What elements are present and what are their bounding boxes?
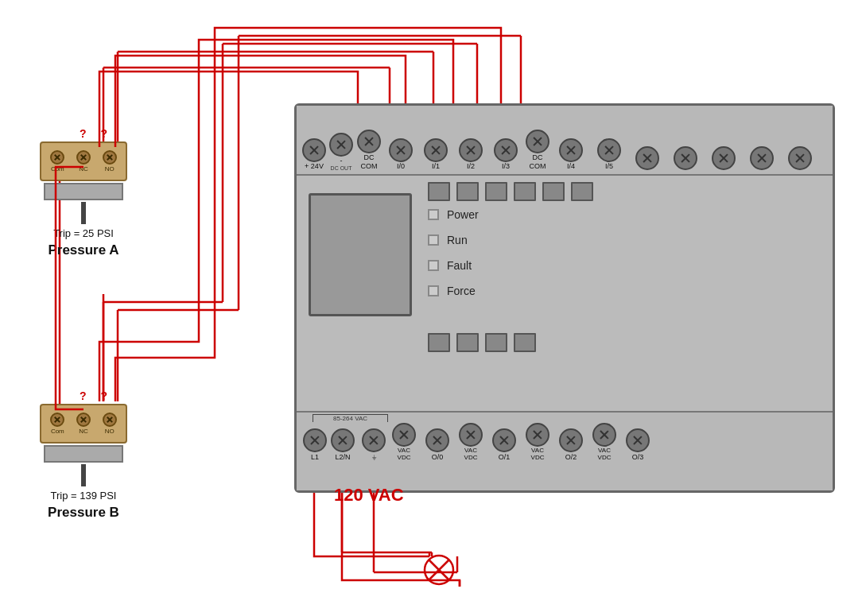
lcd-display bbox=[309, 193, 412, 316]
pressure-a-nc: NC bbox=[76, 150, 91, 172]
pressure-b-nc: NC bbox=[76, 413, 91, 435]
pressure-a-trip: Trip = 25 PSI bbox=[40, 227, 127, 239]
terminal-o3[interactable]: O/3 bbox=[626, 428, 650, 461]
pressure-a-com-screw bbox=[50, 150, 64, 165]
seg-b4 bbox=[514, 333, 536, 352]
seg-5 bbox=[542, 182, 565, 201]
pressure-a-nc-screw bbox=[76, 150, 91, 165]
vac-bracket-label: 85-264 VAC bbox=[313, 414, 388, 422]
seg-b1 bbox=[428, 333, 450, 352]
pressure-a-question-2: ? bbox=[101, 127, 108, 140]
indicator-fault-led bbox=[428, 260, 439, 271]
pressure-a-com: Com bbox=[50, 150, 64, 172]
indicator-power-led bbox=[428, 209, 439, 220]
plc-panel: + 24V - DC OUT DC COM I/0 I/1 bbox=[294, 103, 835, 493]
terminal-extra-5[interactable] bbox=[788, 146, 812, 171]
terminal-vac-vdc-1[interactable]: VAC VDC bbox=[392, 423, 416, 461]
terminal-extra-4[interactable] bbox=[750, 146, 774, 171]
indicator-force-row: Force bbox=[428, 285, 479, 297]
terminal-vac-vdc-3[interactable]: VAC VDC bbox=[526, 423, 549, 461]
segment-display-bottom bbox=[428, 333, 536, 352]
indicator-run-label: Run bbox=[447, 234, 468, 246]
seg-b3 bbox=[485, 333, 507, 352]
seg-4 bbox=[514, 182, 536, 201]
pressure-b-trip: Trip = 139 PSI bbox=[40, 490, 127, 502]
indicator-fault-row: Fault bbox=[428, 259, 479, 272]
bottom-terminal-strip: 85-264 VAC L1 L2/N ⏚ VAC VDC bbox=[297, 411, 833, 490]
pressure-b-question-1: ? bbox=[80, 389, 87, 402]
terminal-i3[interactable]: I/3 bbox=[494, 138, 518, 171]
top-terminal-strip: + 24V - DC OUT DC COM I/0 I/1 bbox=[297, 106, 833, 176]
terminal-24v-neg[interactable]: - DC OUT bbox=[329, 133, 353, 171]
pressure-b-nc-screw bbox=[76, 413, 91, 427]
indicator-power-row: Power bbox=[428, 208, 479, 221]
terminal-extra-1[interactable] bbox=[635, 146, 659, 171]
pressure-b-no: NO bbox=[103, 413, 117, 435]
pressure-switch-b: ? ? Com NC NO Trip = 139 PSI Pressure B bbox=[40, 389, 127, 521]
light-bulb bbox=[421, 552, 456, 587]
terminal-i1[interactable]: I/1 bbox=[424, 138, 448, 171]
indicator-run-row: Run bbox=[428, 234, 479, 246]
pressure-b-label: Pressure B bbox=[40, 505, 127, 521]
pressure-switch-a: ? ? Com NC NO Trip = 25 PSI Pressure A bbox=[40, 127, 127, 258]
terminal-extra-2[interactable] bbox=[674, 146, 697, 171]
seg-3 bbox=[485, 182, 507, 201]
terminal-dc-com-1[interactable]: DC COM bbox=[357, 130, 381, 171]
seg-b2 bbox=[456, 333, 479, 352]
indicators-panel: Power Run Fault Force bbox=[428, 197, 479, 297]
indicator-fault-label: Fault bbox=[447, 259, 472, 272]
indicator-power-label: Power bbox=[447, 208, 479, 221]
terminal-o0[interactable]: O/0 bbox=[425, 428, 449, 461]
terminal-l1[interactable]: L1 bbox=[303, 428, 327, 461]
terminal-i2[interactable]: I/2 bbox=[459, 138, 483, 171]
terminal-i4[interactable]: I/4 bbox=[559, 138, 583, 171]
seg-6 bbox=[571, 182, 593, 201]
terminal-i5[interactable]: I/5 bbox=[597, 138, 621, 171]
pressure-b-com-screw bbox=[50, 413, 64, 427]
pressure-b-com: Com bbox=[50, 413, 64, 435]
pressure-b-question-2: ? bbox=[101, 389, 108, 402]
terminal-extra-3[interactable] bbox=[712, 146, 736, 171]
pressure-switch-b-body: Com NC NO bbox=[40, 404, 127, 444]
terminal-24v-pos[interactable]: + 24V bbox=[302, 138, 326, 171]
pressure-switch-a-body: Com NC NO bbox=[40, 141, 127, 181]
indicator-force-label: Force bbox=[447, 285, 476, 297]
terminal-ground[interactable]: ⏚ bbox=[362, 428, 386, 461]
terminal-vac-vdc-2[interactable]: VAC VDC bbox=[459, 423, 483, 461]
terminal-dc-com-2[interactable]: DC COM bbox=[526, 130, 549, 171]
indicator-force-led bbox=[428, 285, 439, 296]
terminal-i0[interactable]: I/0 bbox=[389, 138, 413, 171]
pressure-a-no-screw bbox=[103, 150, 117, 165]
pressure-a-no: NO bbox=[103, 150, 117, 172]
pressure-a-question-1: ? bbox=[80, 127, 87, 140]
terminal-o1[interactable]: O/1 bbox=[492, 428, 516, 461]
terminal-l2n[interactable]: L2/N bbox=[331, 428, 355, 461]
vac-label: 120 VAC bbox=[334, 485, 404, 506]
terminal-o2[interactable]: O/2 bbox=[559, 428, 583, 461]
main-canvas: .wire { stroke: #cc0000; stroke-width: 2… bbox=[0, 0, 862, 616]
indicator-run-led bbox=[428, 234, 439, 246]
pressure-b-no-screw bbox=[103, 413, 117, 427]
terminal-vac-vdc-4[interactable]: VAC VDC bbox=[592, 423, 616, 461]
pressure-a-label: Pressure A bbox=[40, 242, 127, 258]
